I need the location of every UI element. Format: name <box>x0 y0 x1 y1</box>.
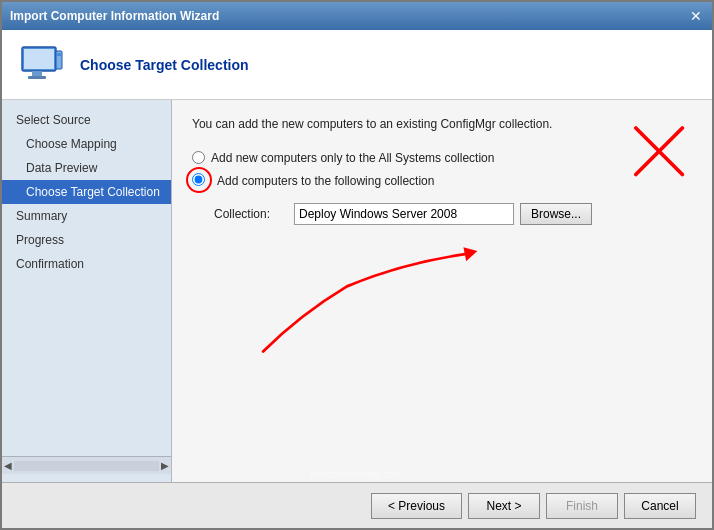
sidebar-item-summary[interactable]: Summary <box>2 204 171 228</box>
sidebar: Select Source Choose Mapping Data Previe… <box>2 100 172 482</box>
content-area: Select Source Choose Mapping Data Previe… <box>2 100 712 482</box>
wizard-footer: < Previous Next > Finish Cancel <box>2 482 712 528</box>
finish-button[interactable]: Finish <box>546 493 618 519</box>
previous-button[interactable]: < Previous <box>371 493 462 519</box>
description-text: You can add the new computers to an exis… <box>192 116 692 133</box>
svg-rect-3 <box>28 76 46 79</box>
sidebar-item-choose-target[interactable]: Choose Target Collection <box>2 180 171 204</box>
radio-row-1: Add new computers only to the All System… <box>192 151 692 165</box>
sidebar-item-data-preview[interactable]: Data Preview <box>2 156 171 180</box>
browse-button[interactable]: Browse... <box>520 203 592 225</box>
window-title: Import Computer Information Wizard <box>10 9 219 23</box>
scroll-left-arrow[interactable]: ◀ <box>4 460 12 471</box>
sidebar-item-select-source[interactable]: Select Source <box>2 108 171 132</box>
scroll-right-arrow[interactable]: ▶ <box>161 460 169 471</box>
sidebar-item-progress[interactable]: Progress <box>2 228 171 252</box>
sidebar-item-confirmation[interactable]: Confirmation <box>2 252 171 276</box>
close-button[interactable]: ✕ <box>688 8 704 24</box>
radio-highlight <box>192 173 211 189</box>
scrollbar-track <box>14 461 159 471</box>
radio-all-systems[interactable] <box>192 151 205 164</box>
svg-rect-5 <box>57 53 61 56</box>
radio-row-2: Add computers to the following collectio… <box>192 173 692 189</box>
next-button[interactable]: Next > <box>468 493 540 519</box>
collection-row: Collection: Browse... <box>214 203 692 225</box>
collection-label: Collection: <box>214 207 286 221</box>
svg-rect-1 <box>24 49 54 69</box>
wizard-window: Import Computer Information Wizard ✕ Cho… <box>0 0 714 530</box>
radio-following-collection[interactable] <box>192 173 205 186</box>
header-title: Choose Target Collection <box>80 57 249 73</box>
sidebar-scrollbar[interactable]: ◀ ▶ <box>2 456 171 474</box>
main-panel: You can add the new computers to an exis… <box>172 100 712 482</box>
wizard-icon <box>18 41 66 89</box>
collection-input[interactable] <box>294 203 514 225</box>
radio-following-collection-label[interactable]: Add computers to the following collectio… <box>217 174 434 188</box>
sidebar-item-choose-mapping[interactable]: Choose Mapping <box>2 132 171 156</box>
title-bar: Import Computer Information Wizard ✕ <box>2 2 712 30</box>
svg-rect-2 <box>32 71 42 76</box>
radio-all-systems-label[interactable]: Add new computers only to the All System… <box>211 151 494 165</box>
svg-marker-6 <box>463 247 477 261</box>
cancel-button[interactable]: Cancel <box>624 493 696 519</box>
wizard-header: Choose Target Collection <box>2 30 712 100</box>
radio-group: Add new computers only to the All System… <box>192 151 692 189</box>
